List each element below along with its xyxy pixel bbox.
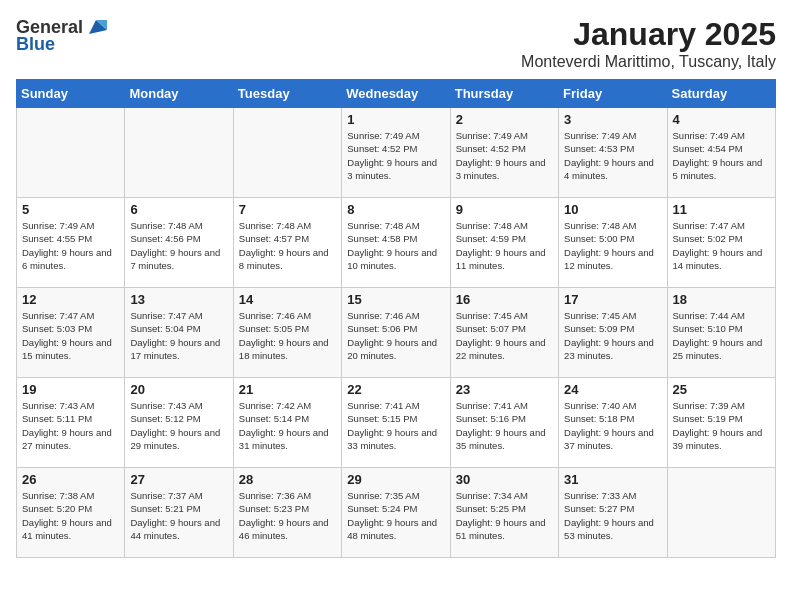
calendar-day-4: 4Sunrise: 7:49 AMSunset: 4:54 PMDaylight… [667,108,775,198]
calendar-table: SundayMondayTuesdayWednesdayThursdayFrid… [16,79,776,558]
day-number: 1 [347,112,444,127]
day-info: Sunrise: 7:45 AMSunset: 5:09 PMDaylight:… [564,309,661,362]
calendar-day-27: 27Sunrise: 7:37 AMSunset: 5:21 PMDayligh… [125,468,233,558]
day-info: Sunrise: 7:39 AMSunset: 5:19 PMDaylight:… [673,399,770,452]
calendar-day-17: 17Sunrise: 7:45 AMSunset: 5:09 PMDayligh… [559,288,667,378]
calendar-week-row: 12Sunrise: 7:47 AMSunset: 5:03 PMDayligh… [17,288,776,378]
logo-blue: Blue [16,34,55,55]
calendar-day-30: 30Sunrise: 7:34 AMSunset: 5:25 PMDayligh… [450,468,558,558]
day-info: Sunrise: 7:47 AMSunset: 5:04 PMDaylight:… [130,309,227,362]
day-info: Sunrise: 7:46 AMSunset: 5:06 PMDaylight:… [347,309,444,362]
day-number: 6 [130,202,227,217]
day-number: 7 [239,202,336,217]
calendar-day-14: 14Sunrise: 7:46 AMSunset: 5:05 PMDayligh… [233,288,341,378]
day-number: 23 [456,382,553,397]
day-number: 9 [456,202,553,217]
calendar-day-7: 7Sunrise: 7:48 AMSunset: 4:57 PMDaylight… [233,198,341,288]
day-info: Sunrise: 7:48 AMSunset: 5:00 PMDaylight:… [564,219,661,272]
calendar-day-28: 28Sunrise: 7:36 AMSunset: 5:23 PMDayligh… [233,468,341,558]
day-info: Sunrise: 7:43 AMSunset: 5:12 PMDaylight:… [130,399,227,452]
calendar-day-5: 5Sunrise: 7:49 AMSunset: 4:55 PMDaylight… [17,198,125,288]
weekday-header-wednesday: Wednesday [342,80,450,108]
calendar-day-15: 15Sunrise: 7:46 AMSunset: 5:06 PMDayligh… [342,288,450,378]
day-number: 28 [239,472,336,487]
day-number: 5 [22,202,119,217]
calendar-day-11: 11Sunrise: 7:47 AMSunset: 5:02 PMDayligh… [667,198,775,288]
logo-icon [85,16,107,38]
day-number: 8 [347,202,444,217]
weekday-header-row: SundayMondayTuesdayWednesdayThursdayFrid… [17,80,776,108]
day-number: 12 [22,292,119,307]
calendar-day-26: 26Sunrise: 7:38 AMSunset: 5:20 PMDayligh… [17,468,125,558]
calendar-day-2: 2Sunrise: 7:49 AMSunset: 4:52 PMDaylight… [450,108,558,198]
calendar-day-20: 20Sunrise: 7:43 AMSunset: 5:12 PMDayligh… [125,378,233,468]
day-info: Sunrise: 7:48 AMSunset: 4:59 PMDaylight:… [456,219,553,272]
day-info: Sunrise: 7:40 AMSunset: 5:18 PMDaylight:… [564,399,661,452]
weekday-header-sunday: Sunday [17,80,125,108]
day-number: 21 [239,382,336,397]
calendar-day-3: 3Sunrise: 7:49 AMSunset: 4:53 PMDaylight… [559,108,667,198]
calendar-day-23: 23Sunrise: 7:41 AMSunset: 5:16 PMDayligh… [450,378,558,468]
weekday-header-tuesday: Tuesday [233,80,341,108]
day-info: Sunrise: 7:41 AMSunset: 5:15 PMDaylight:… [347,399,444,452]
calendar-week-row: 1Sunrise: 7:49 AMSunset: 4:52 PMDaylight… [17,108,776,198]
logo: General Blue [16,16,107,55]
day-info: Sunrise: 7:49 AMSunset: 4:55 PMDaylight:… [22,219,119,272]
calendar-day-24: 24Sunrise: 7:40 AMSunset: 5:18 PMDayligh… [559,378,667,468]
weekday-header-thursday: Thursday [450,80,558,108]
calendar-day-31: 31Sunrise: 7:33 AMSunset: 5:27 PMDayligh… [559,468,667,558]
day-info: Sunrise: 7:48 AMSunset: 4:56 PMDaylight:… [130,219,227,272]
day-number: 3 [564,112,661,127]
calendar-day-6: 6Sunrise: 7:48 AMSunset: 4:56 PMDaylight… [125,198,233,288]
day-number: 10 [564,202,661,217]
day-number: 25 [673,382,770,397]
day-number: 11 [673,202,770,217]
day-number: 19 [22,382,119,397]
day-number: 22 [347,382,444,397]
calendar-day-13: 13Sunrise: 7:47 AMSunset: 5:04 PMDayligh… [125,288,233,378]
calendar-empty-cell [233,108,341,198]
day-info: Sunrise: 7:49 AMSunset: 4:54 PMDaylight:… [673,129,770,182]
day-info: Sunrise: 7:35 AMSunset: 5:24 PMDaylight:… [347,489,444,542]
day-number: 2 [456,112,553,127]
day-number: 26 [22,472,119,487]
day-info: Sunrise: 7:48 AMSunset: 4:57 PMDaylight:… [239,219,336,272]
day-number: 29 [347,472,444,487]
day-info: Sunrise: 7:43 AMSunset: 5:11 PMDaylight:… [22,399,119,452]
day-number: 17 [564,292,661,307]
calendar-day-10: 10Sunrise: 7:48 AMSunset: 5:00 PMDayligh… [559,198,667,288]
day-number: 20 [130,382,227,397]
calendar-day-18: 18Sunrise: 7:44 AMSunset: 5:10 PMDayligh… [667,288,775,378]
calendar-day-21: 21Sunrise: 7:42 AMSunset: 5:14 PMDayligh… [233,378,341,468]
calendar-day-8: 8Sunrise: 7:48 AMSunset: 4:58 PMDaylight… [342,198,450,288]
calendar-week-row: 5Sunrise: 7:49 AMSunset: 4:55 PMDaylight… [17,198,776,288]
day-number: 24 [564,382,661,397]
weekday-header-friday: Friday [559,80,667,108]
calendar-day-16: 16Sunrise: 7:45 AMSunset: 5:07 PMDayligh… [450,288,558,378]
calendar-week-row: 19Sunrise: 7:43 AMSunset: 5:11 PMDayligh… [17,378,776,468]
title-block: January 2025 Monteverdi Marittimo, Tusca… [521,16,776,71]
day-info: Sunrise: 7:44 AMSunset: 5:10 PMDaylight:… [673,309,770,362]
month-title: January 2025 [521,16,776,53]
calendar-empty-cell [667,468,775,558]
day-info: Sunrise: 7:34 AMSunset: 5:25 PMDaylight:… [456,489,553,542]
day-info: Sunrise: 7:36 AMSunset: 5:23 PMDaylight:… [239,489,336,542]
day-info: Sunrise: 7:46 AMSunset: 5:05 PMDaylight:… [239,309,336,362]
calendar-day-9: 9Sunrise: 7:48 AMSunset: 4:59 PMDaylight… [450,198,558,288]
calendar-day-12: 12Sunrise: 7:47 AMSunset: 5:03 PMDayligh… [17,288,125,378]
weekday-header-saturday: Saturday [667,80,775,108]
calendar-day-29: 29Sunrise: 7:35 AMSunset: 5:24 PMDayligh… [342,468,450,558]
day-info: Sunrise: 7:47 AMSunset: 5:03 PMDaylight:… [22,309,119,362]
calendar-empty-cell [125,108,233,198]
day-info: Sunrise: 7:41 AMSunset: 5:16 PMDaylight:… [456,399,553,452]
day-number: 4 [673,112,770,127]
day-info: Sunrise: 7:49 AMSunset: 4:52 PMDaylight:… [347,129,444,182]
day-info: Sunrise: 7:49 AMSunset: 4:53 PMDaylight:… [564,129,661,182]
calendar-week-row: 26Sunrise: 7:38 AMSunset: 5:20 PMDayligh… [17,468,776,558]
day-info: Sunrise: 7:47 AMSunset: 5:02 PMDaylight:… [673,219,770,272]
day-info: Sunrise: 7:42 AMSunset: 5:14 PMDaylight:… [239,399,336,452]
calendar-day-22: 22Sunrise: 7:41 AMSunset: 5:15 PMDayligh… [342,378,450,468]
day-number: 16 [456,292,553,307]
calendar-empty-cell [17,108,125,198]
day-info: Sunrise: 7:48 AMSunset: 4:58 PMDaylight:… [347,219,444,272]
